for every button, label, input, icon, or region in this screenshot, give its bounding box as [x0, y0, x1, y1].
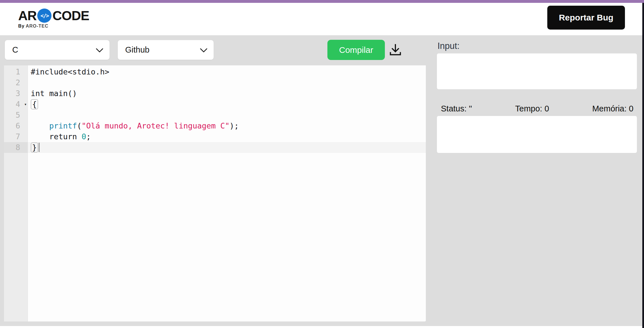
- line-number: 5: [4, 110, 28, 121]
- top-accent-bar: [0, 0, 644, 3]
- logo-text-ar: AR: [18, 8, 36, 23]
- logo-tagline: ByARO-TEC: [18, 24, 89, 29]
- code-editor[interactable]: 1234▾5678 #include<stdio.h>int main(){ p…: [4, 65, 426, 321]
- line-number: 6: [4, 121, 28, 131]
- download-button[interactable]: [386, 41, 404, 59]
- compile-button[interactable]: Compilar: [327, 40, 385, 60]
- code-line[interactable]: #include<stdio.h>: [28, 67, 426, 77]
- code-line[interactable]: {: [28, 99, 426, 110]
- code-line[interactable]: [28, 110, 426, 121]
- code-line[interactable]: int main(): [28, 88, 426, 99]
- editor-code[interactable]: #include<stdio.h>int main(){ printf("Olá…: [28, 65, 426, 321]
- output-textarea[interactable]: [437, 116, 637, 153]
- code-line[interactable]: [28, 77, 426, 88]
- code-line[interactable]: printf("Olá mundo, Arotec! linguagem C")…: [28, 121, 426, 131]
- io-panel: Input: Status: '' Tempo: 0 Memória: 0: [437, 35, 637, 326]
- memoria-value: Memória: 0: [592, 104, 633, 113]
- window-right-edge: [642, 3, 644, 328]
- line-number: 4▾: [4, 99, 28, 110]
- report-bug-button[interactable]: Reportar Bug: [547, 6, 625, 30]
- input-label: Input:: [437, 41, 460, 51]
- chevron-down-icon: [200, 45, 207, 55]
- status-row: Status: '' Tempo: 0 Memória: 0: [437, 104, 637, 113]
- logo-tagline-by: By: [18, 24, 24, 28]
- tempo-value: Tempo: 0: [515, 104, 549, 113]
- line-number: 7: [4, 131, 28, 142]
- code-line[interactable]: return 0;: [28, 131, 426, 142]
- theme-select-value: Github: [125, 45, 149, 55]
- theme-select[interactable]: Github: [117, 40, 214, 60]
- language-select[interactable]: C: [5, 40, 110, 60]
- line-number: 1: [4, 67, 28, 77]
- app-logo: AR </> CODE ByARO-TEC: [18, 8, 89, 29]
- workspace: C Github Compilar 1234▾5678 #include<std…: [0, 35, 644, 326]
- language-select-value: C: [12, 45, 18, 55]
- editor-gutter: 1234▾5678: [4, 65, 28, 321]
- logo-tagline-brand: ARO-TEC: [26, 24, 48, 28]
- logo-text-code: CODE: [52, 8, 89, 23]
- code-slash-icon: </>: [37, 9, 51, 23]
- download-icon: [387, 42, 403, 59]
- line-number: 2: [4, 77, 28, 88]
- text-cursor: [39, 143, 40, 152]
- fold-marker-icon[interactable]: ▾: [24, 99, 27, 110]
- line-number: 3: [4, 88, 28, 99]
- line-number: 8: [4, 142, 28, 153]
- chevron-down-icon: [96, 45, 103, 55]
- code-line[interactable]: }: [28, 142, 426, 153]
- header: AR </> CODE ByARO-TEC Reportar Bug: [0, 3, 644, 35]
- input-textarea[interactable]: [437, 53, 637, 89]
- status-value: Status: '': [441, 104, 472, 113]
